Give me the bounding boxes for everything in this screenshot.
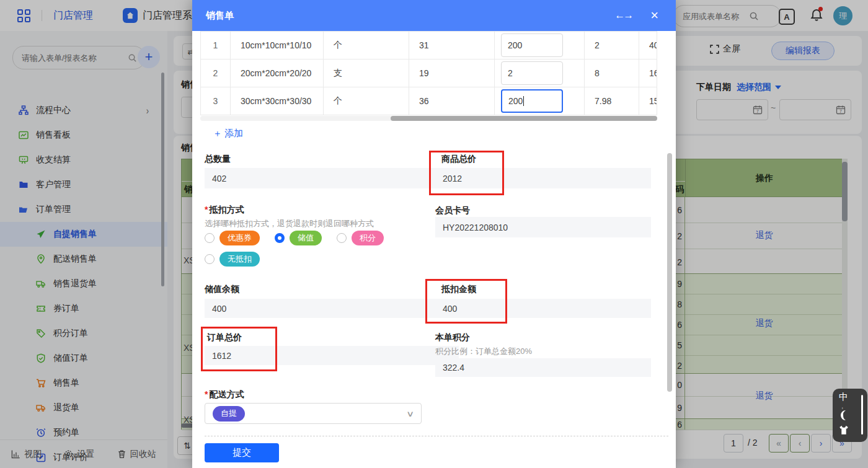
total-qty-value: 402 (205, 168, 459, 188)
balance-value: 400 (205, 299, 459, 318)
deduct-option-0[interactable]: 优惠券 (205, 231, 260, 245)
row-index: 1 (201, 32, 231, 59)
spec-cell: 20cm*20cm*20/20 (231, 60, 324, 87)
unit-cell: 个 (324, 87, 409, 115)
deduct-method-helper: 选择哪种抵扣方式，退货退款时则退回哪种方式 (205, 218, 374, 229)
deduct-options-row1: 优惠券 储值 积分 (205, 231, 384, 245)
price-cell: 2 (585, 32, 639, 59)
amount-cell: 1596 (639, 87, 657, 115)
member-card-value: HY20221208010 (435, 217, 651, 237)
points-helper: 积分比例：订单总金额20% (435, 346, 532, 357)
deduct-pill-1: 储值 (290, 231, 322, 245)
points-value: 322.4 (435, 358, 651, 377)
qty-input[interactable]: 2 (501, 61, 563, 85)
expand-modal-icon[interactable]: ←→ (614, 9, 632, 22)
deduct-amount-value: 400 (435, 299, 651, 318)
deduct-pill-0: 优惠券 (219, 231, 260, 245)
delivery-select[interactable]: 自提 ∨ (205, 403, 422, 424)
item-row: 3 30cm*30cm*30/30 个 36 200 7.98 1596 (201, 87, 657, 115)
unit-cell: 个 (324, 32, 409, 59)
deduct-radio-2[interactable] (337, 233, 347, 243)
deduct-option-2[interactable]: 积分 (337, 231, 384, 245)
points-label: 本单积分 (435, 332, 470, 343)
modal-title: 销售单 (206, 10, 234, 22)
unit-cell: 支 (324, 60, 409, 87)
deduct-option-1[interactable]: 储值 (275, 231, 322, 245)
member-card-label: 会员卡号 (435, 205, 470, 216)
stock-cell: 36 (409, 87, 495, 115)
deduct-radio-1[interactable] (275, 233, 285, 243)
amount-cell: 400 (639, 32, 657, 59)
text-caret (523, 96, 524, 106)
qty-cell: 2 (495, 60, 585, 87)
spec-cell: 10cm*10cm*10/10 (231, 32, 324, 59)
screen: 门店管理 门店管理系统 A 理 + 流程中心 › (0, 0, 868, 468)
deduct-method-label: *抵扣方式 (205, 205, 244, 216)
deduct-radio-3[interactable] (205, 254, 215, 264)
sales-order-modal: 销售单 ←→ × 1 10cm*10cm*10/10 个 31 200 2 40… (192, 0, 676, 468)
ime-scrollbar (861, 395, 863, 435)
deduct-pill-2: 积分 (352, 231, 384, 245)
moon-icon[interactable] (838, 409, 850, 422)
qty-cell: 200 (495, 87, 585, 115)
add-item-link[interactable]: ＋ 添加 (213, 128, 243, 139)
deduct-options-row2: 无抵扣 (205, 252, 260, 267)
qty-input[interactable]: 200 (501, 33, 563, 57)
qty-cell: 200 (495, 32, 585, 59)
qty-input-focused[interactable]: 200 (501, 89, 563, 113)
amount-cell: 16 (639, 60, 657, 87)
total-qty-label: 总数量 (205, 154, 231, 165)
item-row: 2 20cm*20cm*20/20 支 19 2 8 16 (201, 60, 657, 87)
deduct-amount-label: 抵扣金额 (441, 284, 476, 295)
modal-body: 1 10cm*10cm*10/10 个 31 200 2 400 2 20cm*… (192, 31, 676, 468)
modal-header: 销售单 ←→ × (192, 0, 676, 31)
order-total-value: 1612 (205, 346, 459, 365)
stock-cell: 19 (409, 60, 495, 87)
item-row: 1 10cm*10cm*10/10 个 31 200 2 400 (201, 32, 657, 60)
deduct-option-3[interactable]: 无抵扣 (205, 252, 260, 267)
price-cell: 8 (585, 60, 639, 87)
footer-divider (205, 436, 668, 436)
ime-lang-indicator[interactable]: 中 (839, 391, 848, 403)
close-icon[interactable]: × (650, 9, 658, 22)
row-index: 2 (201, 60, 231, 87)
items-table: 1 10cm*10cm*10/10 个 31 200 2 400 2 20cm*… (200, 31, 657, 115)
balance-label: 储值余额 (205, 284, 239, 295)
stock-cell: 31 (409, 32, 495, 59)
spec-cell: 30cm*30cm*30/30 (231, 87, 324, 115)
goods-total-label: 商品总价 (441, 154, 476, 165)
delivery-label: *配送方式 (205, 389, 244, 400)
modal-vscroll-thumb[interactable] (667, 153, 672, 392)
delivery-tag: 自提 (213, 406, 245, 422)
chevron-down-icon: ∨ (407, 409, 415, 418)
submit-button[interactable]: 提交 (205, 443, 279, 462)
ime-widget: 中 ˒ (833, 389, 867, 442)
order-total-label: 订单总价 (207, 332, 242, 343)
goods-total-value: 2012 (435, 168, 651, 188)
items-hscroll-track (200, 116, 657, 121)
items-hscroll-thumb[interactable] (391, 116, 657, 121)
deduct-pill-3: 无抵扣 (219, 252, 260, 267)
deduct-radio-0[interactable] (205, 233, 215, 243)
row-index: 3 (201, 87, 231, 115)
price-cell: 7.98 (585, 87, 639, 115)
shirt-icon[interactable] (838, 425, 849, 436)
